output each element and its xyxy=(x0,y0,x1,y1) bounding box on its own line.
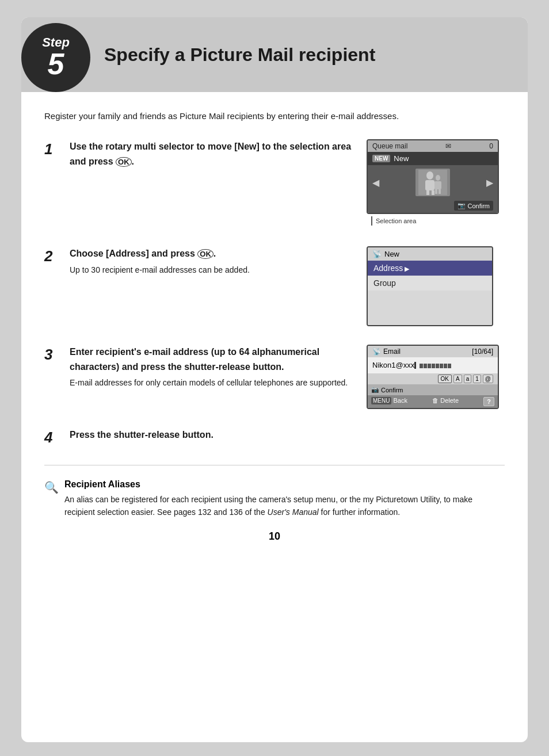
confirm-bottom: 📷 Confirm xyxy=(371,386,403,394)
aliases-content: Recipient Aliases An alias can be regist… xyxy=(64,479,505,519)
ok-label: OK xyxy=(438,375,452,383)
new-label: New xyxy=(394,154,409,163)
svg-point-1 xyxy=(426,171,433,180)
delete-group: 🗑 Delete xyxy=(432,397,459,406)
confirm-bottom-label: Confirm xyxy=(381,387,403,394)
selection-area-text: Selection area xyxy=(376,217,416,224)
cam2-header-label: New xyxy=(384,250,399,258)
trash-icon: 🗑 xyxy=(432,397,439,404)
cam3-wifi-icon: 📡 xyxy=(372,348,381,356)
char-type-1: 1 xyxy=(473,375,481,383)
manual-italic: User's Manual xyxy=(268,507,319,517)
cam-confirm-row: 📷 Confirm xyxy=(368,200,498,213)
aliases-title: Recipient Aliases xyxy=(64,479,505,490)
cam-topbar-1: Queue mail ✉ 0 xyxy=(368,140,498,152)
cam-image-placeholder xyxy=(415,169,450,196)
cam-new-row: NEW New xyxy=(368,152,498,165)
confirm-camera-icon: 📷 xyxy=(371,386,379,394)
topbar-count: 0 xyxy=(489,142,493,150)
right-arrow-icon: ▶ xyxy=(486,177,493,188)
step-2-screen: 📡 New Address Group xyxy=(367,246,505,326)
email-input-display: Nikon1@xxx| xyxy=(368,357,498,373)
char-type-sym: @ xyxy=(483,375,493,383)
cam2-header: 📡 New xyxy=(368,247,492,261)
email-value: Nikon1@xxx xyxy=(372,361,414,369)
svg-rect-3 xyxy=(426,190,429,195)
confirm-label: Confirm xyxy=(467,203,490,209)
step-3-text: Enter recipient's e-mail address (up to … xyxy=(70,345,355,390)
step-2-instruction: Choose [Address] and press OK. xyxy=(70,249,216,258)
mail-icon: ✉ xyxy=(445,142,451,150)
step-1-screen: Queue mail ✉ 0 NEW New ◀ xyxy=(367,139,505,228)
menu-label: MENU xyxy=(371,397,391,404)
step-1-text: Use the rotary multi selector to move [N… xyxy=(70,139,355,169)
step-3-row: 3 Enter recipient's e-mail address (up t… xyxy=(44,345,505,409)
cam3-menu-row: MENU Back 🗑 Delete ? xyxy=(368,395,498,408)
cam3-header-left: 📡 Email xyxy=(372,348,401,356)
cursor: | xyxy=(414,362,416,369)
step-2-number: 2 xyxy=(44,247,58,265)
step-1-instruction: Use the rotary multi selector to move [N… xyxy=(70,142,351,166)
step-4-text: Press the shutter-release button. xyxy=(70,427,505,442)
selection-area-label: Selection area xyxy=(371,216,416,226)
page-title: Specify a Picture Mail recipient xyxy=(104,44,510,66)
svg-rect-2 xyxy=(425,180,434,190)
camera-screen-1: Queue mail ✉ 0 NEW New ◀ xyxy=(367,139,499,214)
page-number: 10 xyxy=(44,530,505,543)
cam2-empty-space xyxy=(368,291,492,325)
svg-rect-6 xyxy=(434,181,441,189)
selection-area-line xyxy=(371,216,372,226)
section-divider xyxy=(44,465,505,465)
group-menu-item[interactable]: Group xyxy=(368,276,492,291)
back-label: Back xyxy=(394,397,407,404)
new-badge: NEW xyxy=(372,155,390,162)
selection-area-wrapper: Selection area xyxy=(367,216,505,228)
step-1-row: 1 Use the rotary multi selector to move … xyxy=(44,139,505,228)
camera-screen-3: 📡 Email [10/64] Nikon1@xxx| xyxy=(367,345,499,409)
step-4-number: 4 xyxy=(44,429,58,446)
cam3-bottom-row: 📷 Confirm xyxy=(368,384,498,395)
aliases-section: 🔍 Recipient Aliases An alias can be regi… xyxy=(44,479,505,519)
left-arrow-icon: ◀ xyxy=(372,177,379,188)
delete-label: Delete xyxy=(440,397,459,404)
step-circle: Step 5 xyxy=(21,23,90,92)
cam3-chars-row: OK A a 1 @ xyxy=(368,373,498,384)
person-silhouette-icon xyxy=(418,170,447,195)
camera-screen-2: 📡 New Address Group xyxy=(367,246,493,326)
page: Step 5 Specify a Picture Mail recipient … xyxy=(21,17,528,742)
char-type-A: A xyxy=(453,375,462,383)
step-1-number: 1 xyxy=(44,140,58,158)
aliases-icon: 🔍 xyxy=(44,480,59,494)
cam3-header: 📡 Email [10/64] xyxy=(368,346,498,357)
page-header: Step 5 Specify a Picture Mail recipient xyxy=(21,17,528,92)
intro-text: Register your family and friends as Pict… xyxy=(44,109,505,123)
step-4-instruction: Press the shutter-release button. xyxy=(70,430,214,440)
step-2-row: 2 Choose [Address] and press OK. Up to 3… xyxy=(44,246,505,326)
step-number: 5 xyxy=(48,49,64,79)
step-3-number: 3 xyxy=(44,346,58,364)
svg-point-5 xyxy=(436,175,440,181)
help-button[interactable]: ? xyxy=(483,397,494,406)
step-4-row: 4 Press the shutter-release button. xyxy=(44,427,505,446)
queue-mail-label: Queue mail xyxy=(372,142,407,150)
step-2-sub: Up to 30 recipient e-mail addresses can … xyxy=(70,264,355,276)
email-header-label: Email xyxy=(383,348,401,356)
confirm-icon: 📷 xyxy=(458,202,466,209)
svg-rect-8 xyxy=(439,189,441,194)
aliases-text: An alias can be registered for each reci… xyxy=(64,493,505,519)
char-progress-bars xyxy=(420,364,451,368)
char-type-a: a xyxy=(464,375,472,383)
svg-rect-4 xyxy=(432,190,434,195)
cam-image-row: ◀ xyxy=(368,165,498,200)
step-3-instruction: Enter recipient's e-mail address (up to … xyxy=(70,347,319,372)
address-menu-item[interactable]: Address xyxy=(368,261,492,276)
step-3-sub: E-mail addresses for only certain models… xyxy=(70,376,355,389)
menu-back-group: MENU Back xyxy=(371,397,407,406)
svg-rect-7 xyxy=(435,189,437,194)
step-2-text: Choose [Address] and press OK. Up to 30 … xyxy=(70,246,355,276)
confirm-button[interactable]: 📷 Confirm xyxy=(454,201,493,211)
page-content: Register your family and friends as Pict… xyxy=(21,109,528,543)
step-3-screen: 📡 Email [10/64] Nikon1@xxx| xyxy=(367,345,505,409)
wifi-icon: 📡 xyxy=(372,250,382,258)
char-count-label: [10/64] xyxy=(472,348,493,356)
